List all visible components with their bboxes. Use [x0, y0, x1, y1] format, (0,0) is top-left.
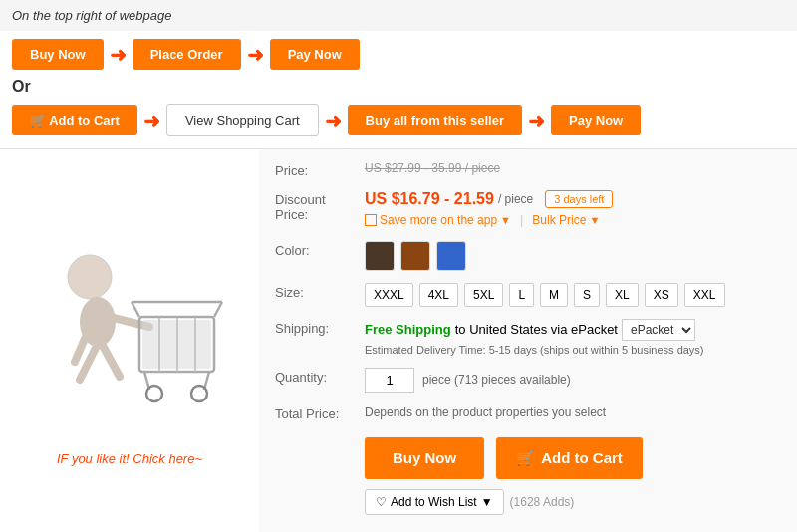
pay-now-button-1[interactable]: Pay Now — [270, 39, 360, 70]
save-more-row: Save more on the app ▼ | Bulk Price ▼ — [365, 212, 600, 227]
wishlist-count: (1628 Adds) — [510, 495, 575, 509]
shipping-select[interactable]: ePacket — [622, 319, 695, 341]
size-value: XXXL 4XL 5XL L M S XL XS XXL — [365, 283, 781, 307]
svg-line-5 — [102, 344, 120, 377]
size-xxl[interactable]: XXL — [684, 283, 725, 307]
color-swatch-2[interactable] — [400, 241, 430, 271]
arrow-2: ➜ — [247, 43, 264, 67]
heart-icon: ♡ — [376, 495, 387, 509]
save-more-arrow: ▼ — [500, 214, 511, 226]
discount-price: US $16.79 - 21.59 — [365, 190, 494, 208]
quantity-row: Quantity: piece (713 pieces available) — [275, 368, 781, 393]
total-price-label: Total Price: — [275, 404, 365, 421]
color-label: Color: — [275, 241, 365, 258]
save-more-text: Save more on the app — [380, 213, 497, 227]
total-price-value: Depends on the product properties you se… — [365, 404, 781, 419]
product-details-panel: Price: US $27.99 - 35.99 / piece Discoun… — [259, 149, 797, 532]
svg-point-14 — [191, 386, 207, 401]
svg-point-13 — [146, 386, 162, 401]
wishlist-arrow: ▼ — [481, 495, 493, 509]
view-shopping-cart-button[interactable]: View Shopping Cart — [166, 104, 319, 136]
svg-line-3 — [75, 332, 88, 362]
shipping-time-text: Estimated Delivery Time: 5-15 days (ship… — [365, 344, 781, 356]
price-row: Price: US $27.99 - 35.99 / piece — [275, 161, 781, 178]
top-instruction: On the top right of webpage — [0, 0, 797, 31]
arrow-3: ➜ — [143, 109, 160, 133]
bulk-price-arrow: ▼ — [589, 214, 600, 226]
price-label: Price: — [275, 161, 365, 178]
size-4xl[interactable]: 4XL — [419, 283, 458, 307]
pay-now-button-2[interactable]: Pay Now — [551, 105, 641, 135]
free-shipping-text: Free Shipping — [365, 322, 451, 337]
size-xxxl[interactable]: XXXL — [365, 283, 413, 307]
color-swatch-1[interactable] — [365, 241, 395, 271]
size-m[interactable]: M — [540, 283, 568, 307]
total-price-row: Total Price: Depends on the product prop… — [275, 404, 781, 421]
svg-line-9 — [214, 302, 222, 317]
quantity-label: Quantity: — [275, 368, 365, 385]
place-order-button[interactable]: Place Order — [133, 39, 241, 70]
discount-value: US $16.79 - 21.59 / piece 3 days left Sa… — [365, 190, 781, 229]
days-badge: 3 days left — [545, 190, 613, 208]
buy-now-button-1[interactable]: Buy Now — [12, 39, 104, 70]
quantity-note: piece (713 pieces available) — [422, 373, 571, 387]
size-s[interactable]: S — [574, 283, 600, 307]
wishlist-row: ♡ Add to Wish List ▼ (1628 Adds) — [365, 489, 781, 515]
add-to-cart-button-top[interactable]: 🛒 Add to Cart — [12, 105, 137, 135]
cart-icon: 🛒 — [516, 449, 535, 467]
shipping-row: Shipping: Free Shipping to United States… — [275, 319, 781, 356]
wishlist-button[interactable]: ♡ Add to Wish List ▼ — [365, 489, 504, 515]
flow-row-1: Buy Now ➜ Place Order ➜ Pay Now — [0, 31, 797, 78]
save-more-checkbox[interactable] — [365, 214, 377, 226]
buy-now-button-main[interactable]: Buy Now — [365, 437, 484, 479]
quantity-input[interactable] — [365, 368, 414, 393]
action-buttons: Buy Now 🛒 Add to Cart ♡ Add to Wish List… — [365, 433, 781, 515]
svg-line-8 — [132, 302, 139, 317]
discount-price-row: DiscountPrice: US $16.79 - 21.59 / piece… — [275, 190, 781, 229]
price-unit: / piece — [498, 192, 533, 206]
shipping-label: Shipping: — [275, 319, 365, 336]
flow-row-2: 🛒 Add to Cart ➜ View Shopping Cart ➜ Buy… — [0, 96, 797, 144]
color-value — [365, 241, 781, 271]
shipping-value: Free Shipping to United States via ePack… — [365, 319, 781, 356]
top-instruction-text: On the top right of webpage — [12, 8, 171, 23]
original-price: US $27.99 - 35.99 / piece — [365, 161, 781, 175]
svg-point-0 — [68, 255, 112, 299]
size-l[interactable]: L — [509, 283, 534, 307]
arrow-1: ➜ — [110, 43, 127, 67]
product-image-area: IF you like it! Chick here~ — [0, 149, 259, 532]
shipping-method: Free Shipping to United States via ePack… — [365, 319, 781, 341]
add-to-cart-button-main[interactable]: 🛒 Add to Cart — [496, 437, 643, 479]
or-divider: Or — [0, 78, 797, 96]
bulk-price-text: Bulk Price — [532, 213, 586, 227]
size-label: Size: — [275, 283, 365, 300]
product-image — [30, 222, 229, 421]
color-swatches — [365, 241, 781, 271]
size-row: Size: XXXL 4XL 5XL L M S XL XS XXL — [275, 283, 781, 307]
color-row: Color: — [275, 241, 781, 271]
buy-all-from-seller-button[interactable]: Buy all from this seller — [348, 105, 522, 135]
size-xs[interactable]: XS — [645, 283, 678, 307]
color-swatch-3[interactable] — [436, 241, 466, 271]
arrow-5: ➜ — [528, 109, 545, 133]
action-buttons-row: Buy Now 🛒 Add to Cart ♡ Add to Wish List… — [275, 433, 781, 515]
quantity-value-container: piece (713 pieces available) — [365, 368, 781, 393]
price-value: US $27.99 - 35.99 / piece — [365, 161, 781, 175]
action-buttons-container: Buy Now 🛒 Add to Cart — [365, 437, 781, 479]
total-price-text: Depends on the product properties you se… — [365, 405, 606, 419]
discount-label: DiscountPrice: — [275, 190, 365, 222]
size-options: XXXL 4XL 5XL L M S XL XS XXL — [365, 283, 781, 307]
shipping-to-text: to United States via ePacket — [455, 322, 618, 337]
arrow-4: ➜ — [325, 109, 342, 133]
size-xl[interactable]: XL — [606, 283, 639, 307]
product-section: IF you like it! Chick here~ Price: US $2… — [0, 148, 797, 532]
if-you-like-text: IF you like it! Chick here~ — [57, 451, 202, 466]
size-5xl[interactable]: 5XL — [464, 283, 503, 307]
